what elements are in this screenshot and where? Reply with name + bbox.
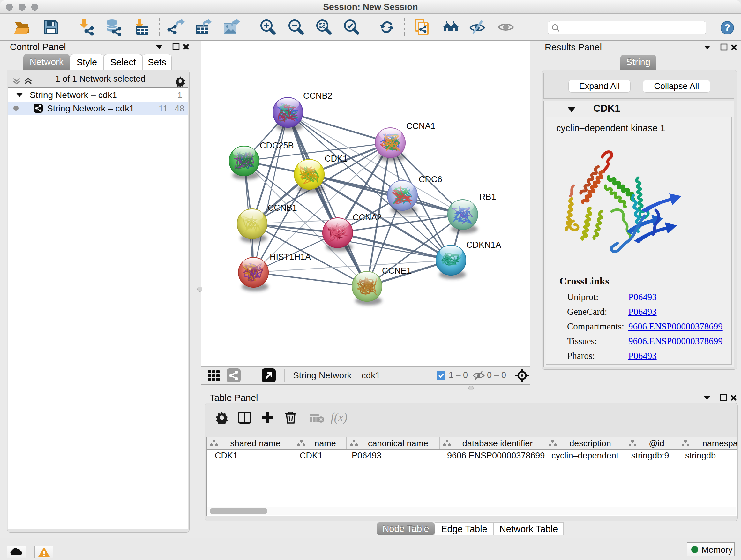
svg-text:CCNA2: CCNA2 [353, 212, 382, 222]
svg-text:CCNB1: CCNB1 [268, 203, 297, 212]
svg-text:CDC25B: CDC25B [260, 141, 294, 150]
svg-text:HIST1H1A: HIST1H1A [270, 252, 311, 262]
svg-text:CDKN1A: CDKN1A [466, 240, 501, 250]
svg-text:?: ? [724, 22, 730, 33]
svg-text:CCNE1: CCNE1 [382, 266, 411, 275]
svg-text:CCNB2: CCNB2 [303, 91, 333, 101]
svg-text:CDC6: CDC6 [419, 175, 442, 184]
svg-text:CDK1: CDK1 [325, 154, 347, 164]
svg-text:CCNA1: CCNA1 [406, 121, 435, 131]
svg-text:RB1: RB1 [479, 192, 496, 202]
